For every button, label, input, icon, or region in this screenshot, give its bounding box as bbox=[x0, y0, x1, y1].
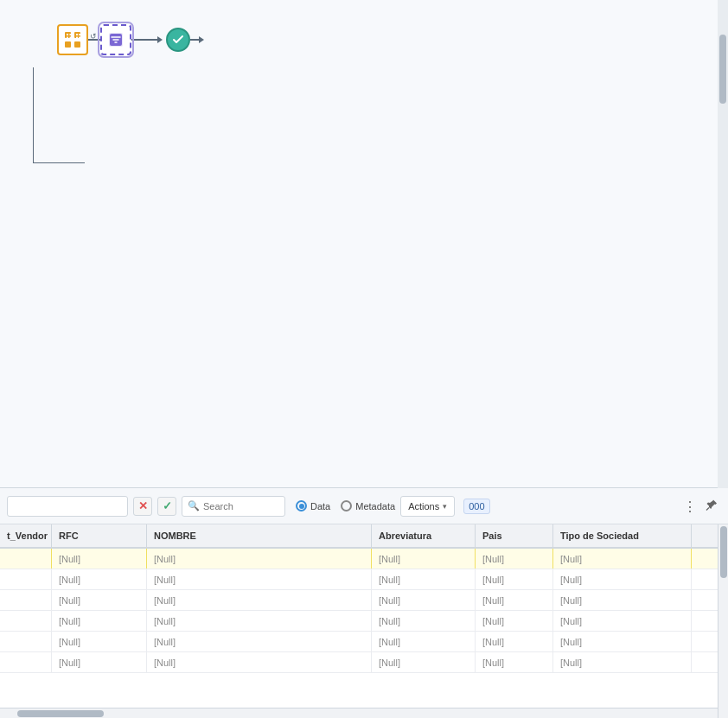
data-radio[interactable]: Data bbox=[296, 500, 330, 511]
table-scrollbar-vertical[interactable] bbox=[718, 524, 728, 718]
data-radio-circle bbox=[296, 500, 307, 511]
row-counter: 000 bbox=[463, 499, 489, 514]
scrollbar-v-thumb[interactable] bbox=[720, 526, 727, 578]
table-cell bbox=[0, 590, 52, 610]
chevron-down-icon: ▾ bbox=[443, 502, 447, 511]
table-cell: [Null] bbox=[372, 569, 476, 589]
table-cell: [Null] bbox=[147, 569, 372, 589]
table-cell: [Null] bbox=[476, 549, 553, 569]
table-cell bbox=[0, 569, 52, 589]
actions-label: Actions bbox=[408, 501, 439, 511]
svg-rect-3 bbox=[74, 41, 80, 48]
table-cell: [Null] bbox=[553, 652, 692, 672]
svg-line-14 bbox=[706, 507, 709, 510]
col-header-rfc: RFC bbox=[52, 524, 147, 547]
data-radio-label: Data bbox=[310, 501, 330, 511]
svg-rect-5 bbox=[70, 34, 72, 35]
table-cell: [Null] bbox=[476, 611, 553, 631]
svg-rect-8 bbox=[76, 34, 78, 35]
search-input[interactable] bbox=[203, 501, 272, 511]
table-cell: [Null] bbox=[372, 632, 476, 651]
grid-icon bbox=[64, 31, 81, 48]
table-cell: [Null] bbox=[372, 652, 476, 672]
table-cell: [Null] bbox=[476, 632, 553, 651]
pin-button[interactable] bbox=[702, 497, 721, 515]
col-header-nombre: NOMBRE bbox=[147, 524, 372, 547]
svg-rect-4 bbox=[67, 34, 68, 35]
table-row[interactable]: [Null][Null][Null][Null][Null] bbox=[0, 569, 728, 590]
svg-rect-7 bbox=[70, 37, 72, 39]
connector-1: ↺ bbox=[88, 39, 100, 41]
table-cell: [Null] bbox=[476, 652, 553, 672]
clear-button[interactable]: ✕ bbox=[133, 497, 152, 516]
confirm-button[interactable]: ✓ bbox=[157, 497, 176, 516]
col-header-abreviatura: Abreviatura bbox=[372, 524, 476, 547]
table-cell: [Null] bbox=[147, 652, 372, 672]
workflow-canvas: ↺ bbox=[0, 0, 728, 488]
actions-button[interactable]: Actions ▾ bbox=[400, 496, 455, 517]
table-cell bbox=[0, 652, 52, 672]
table-body: [Null][Null][Null][Null][Null][Null][Nul… bbox=[0, 549, 728, 718]
table-cell: [Null] bbox=[476, 569, 553, 589]
toolbar: ✕ ✓ 🔍 Data Metadata Actions ▾ 000 bbox=[0, 488, 728, 524]
table-cell: [Null] bbox=[147, 632, 372, 651]
table-cell: [Null] bbox=[52, 549, 147, 569]
table-header: t_Vendor RFC NOMBRE Abreviatura Pais Tip… bbox=[0, 524, 728, 549]
node-grid[interactable] bbox=[57, 24, 88, 55]
table-cell: [Null] bbox=[147, 549, 372, 569]
table-cell bbox=[0, 549, 52, 569]
table-cell: [Null] bbox=[52, 652, 147, 672]
table-cell: [Null] bbox=[553, 590, 692, 610]
canvas-scrollbar[interactable] bbox=[718, 0, 728, 488]
more-options-button[interactable]: ⋮ bbox=[680, 496, 700, 516]
table-cell: [Null] bbox=[553, 549, 692, 569]
table-row[interactable]: [Null][Null][Null][Null][Null] bbox=[0, 590, 728, 611]
table-cell: [Null] bbox=[553, 569, 692, 589]
view-toggle: Data Metadata bbox=[296, 500, 395, 511]
workflow-nodes: ↺ bbox=[16, 24, 204, 55]
filter-input[interactable] bbox=[7, 496, 128, 517]
table-cell: [Null] bbox=[147, 611, 372, 631]
bottom-panel: ✕ ✓ 🔍 Data Metadata Actions ▾ 000 bbox=[0, 488, 728, 718]
svg-rect-2 bbox=[65, 41, 71, 48]
table-cell: [Null] bbox=[52, 590, 147, 610]
table-cell: [Null] bbox=[553, 611, 692, 631]
pin-icon bbox=[706, 499, 718, 511]
table-cell: [Null] bbox=[372, 590, 476, 610]
search-box[interactable]: 🔍 bbox=[182, 496, 285, 517]
loop-line-horizontal bbox=[33, 162, 85, 163]
connector-3 bbox=[190, 36, 204, 43]
table-cell: [Null] bbox=[52, 611, 147, 631]
svg-rect-6 bbox=[67, 37, 68, 39]
connector-2 bbox=[131, 36, 163, 43]
table-cell: [Null] bbox=[52, 632, 147, 651]
metadata-radio[interactable]: Metadata bbox=[341, 500, 395, 511]
filter-icon bbox=[107, 31, 125, 48]
node-filter[interactable] bbox=[100, 24, 131, 55]
col-header-vendor: t_Vendor bbox=[0, 524, 52, 547]
node-success[interactable] bbox=[166, 28, 190, 52]
table-cell bbox=[0, 611, 52, 631]
table-cell: [Null] bbox=[476, 590, 553, 610]
table-row[interactable]: [Null][Null][Null][Null][Null] bbox=[0, 611, 728, 632]
table-scrollbar-horizontal[interactable] bbox=[0, 708, 718, 718]
data-table: t_Vendor RFC NOMBRE Abreviatura Pais Tip… bbox=[0, 524, 728, 718]
table-cell: [Null] bbox=[52, 569, 147, 589]
svg-rect-10 bbox=[76, 37, 78, 39]
search-icon: 🔍 bbox=[188, 500, 200, 511]
loop-line-vertical bbox=[33, 67, 34, 162]
table-cell bbox=[0, 632, 52, 651]
table-row[interactable]: [Null][Null][Null][Null][Null] bbox=[0, 549, 728, 569]
svg-rect-11 bbox=[79, 37, 80, 39]
canvas-scrollbar-thumb[interactable] bbox=[719, 35, 726, 104]
col-header-pais: Pais bbox=[476, 524, 553, 547]
col-header-tipo-sociedad: Tipo de Sociedad bbox=[553, 524, 692, 547]
metadata-radio-circle bbox=[341, 500, 352, 511]
table-cell: [Null] bbox=[553, 632, 692, 651]
table-cell: [Null] bbox=[372, 549, 476, 569]
table-row[interactable]: [Null][Null][Null][Null][Null] bbox=[0, 632, 728, 652]
metadata-radio-label: Metadata bbox=[355, 501, 395, 511]
scrollbar-h-thumb[interactable] bbox=[17, 710, 104, 717]
check-circle-icon bbox=[171, 33, 185, 47]
table-row[interactable]: [Null][Null][Null][Null][Null] bbox=[0, 652, 728, 673]
